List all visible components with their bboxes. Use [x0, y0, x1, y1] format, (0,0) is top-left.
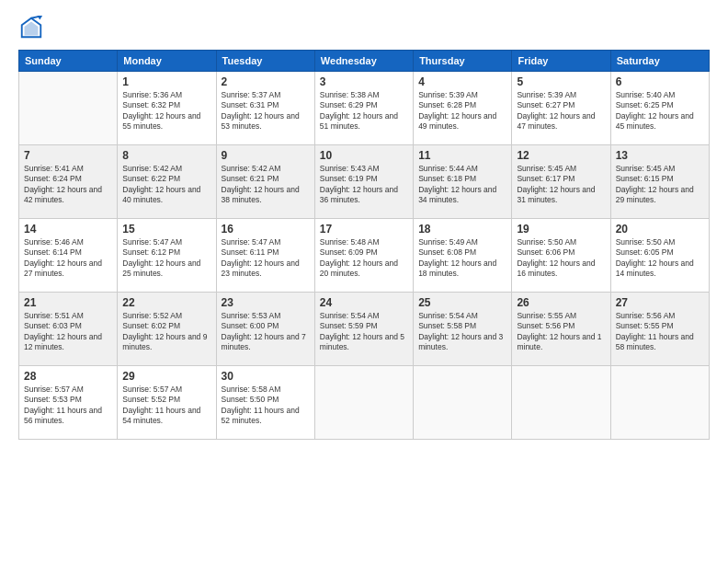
day-info: Sunrise: 5:40 AMSunset: 6:25 PMDaylight:…: [616, 90, 704, 132]
calendar-cell: [314, 366, 413, 440]
calendar-cell: 17Sunrise: 5:48 AMSunset: 6:09 PMDayligh…: [314, 219, 413, 293]
day-number: 23: [222, 296, 310, 309]
day-info: Sunrise: 5:53 AMSunset: 6:00 PMDaylight:…: [222, 311, 310, 353]
calendar-cell: 27Sunrise: 5:56 AMSunset: 5:55 PMDayligh…: [610, 293, 709, 366]
day-info: Sunrise: 5:50 AMSunset: 6:05 PMDaylight:…: [616, 237, 704, 280]
day-info: Sunrise: 5:42 AMSunset: 6:22 PMDaylight:…: [122, 164, 210, 206]
day-number: 22: [122, 296, 210, 309]
day-info: Sunrise: 5:39 AMSunset: 6:28 PMDaylight:…: [418, 90, 506, 132]
day-number: 7: [24, 149, 112, 162]
day-number: 17: [320, 223, 408, 236]
calendar-cell: 11Sunrise: 5:44 AMSunset: 6:18 PMDayligh…: [414, 145, 512, 219]
calendar-week-row: 7Sunrise: 5:41 AMSunset: 6:24 PMDaylight…: [19, 145, 710, 219]
day-info: Sunrise: 5:46 AMSunset: 6:14 PMDaylight:…: [24, 237, 112, 280]
calendar-cell: 21Sunrise: 5:51 AMSunset: 6:03 PMDayligh…: [19, 293, 118, 366]
calendar-col-header: Wednesday: [314, 51, 413, 72]
day-number: 19: [517, 223, 605, 236]
day-info: Sunrise: 5:43 AMSunset: 6:19 PMDaylight:…: [320, 164, 408, 206]
day-info: Sunrise: 5:50 AMSunset: 6:06 PMDaylight:…: [517, 237, 605, 280]
day-number: 6: [616, 75, 704, 88]
calendar-cell: 24Sunrise: 5:54 AMSunset: 5:59 PMDayligh…: [314, 293, 413, 366]
calendar-col-header: Monday: [118, 51, 216, 72]
calendar-cell: 15Sunrise: 5:47 AMSunset: 6:12 PMDayligh…: [118, 219, 216, 293]
calendar-cell: 13Sunrise: 5:45 AMSunset: 6:15 PMDayligh…: [610, 145, 709, 219]
day-info: Sunrise: 5:56 AMSunset: 5:55 PMDaylight:…: [616, 311, 704, 353]
day-info: Sunrise: 5:47 AMSunset: 6:12 PMDaylight:…: [122, 237, 210, 280]
calendar-week-row: 14Sunrise: 5:46 AMSunset: 6:14 PMDayligh…: [19, 219, 710, 293]
calendar-header-row: SundayMondayTuesdayWednesdayThursdayFrid…: [19, 51, 710, 72]
calendar-col-header: Thursday: [414, 51, 512, 72]
calendar-cell: [19, 72, 118, 145]
calendar-cell: 6Sunrise: 5:40 AMSunset: 6:25 PMDaylight…: [610, 72, 709, 145]
day-number: 5: [517, 75, 605, 88]
day-number: 20: [616, 223, 704, 236]
day-number: 14: [24, 223, 112, 236]
calendar-cell: 10Sunrise: 5:43 AMSunset: 6:19 PMDayligh…: [314, 145, 413, 219]
calendar-cell: 2Sunrise: 5:37 AMSunset: 6:31 PMDaylight…: [216, 72, 314, 145]
day-info: Sunrise: 5:54 AMSunset: 5:59 PMDaylight:…: [320, 311, 408, 353]
day-info: Sunrise: 5:55 AMSunset: 5:56 PMDaylight:…: [517, 311, 605, 353]
calendar-col-header: Friday: [512, 51, 610, 72]
svg-marker-3: [38, 16, 43, 20]
calendar-cell: 12Sunrise: 5:45 AMSunset: 6:17 PMDayligh…: [512, 145, 610, 219]
day-info: Sunrise: 5:37 AMSunset: 6:31 PMDaylight:…: [222, 90, 310, 132]
logo: [18, 15, 48, 40]
day-number: 13: [616, 149, 704, 162]
calendar-col-header: Tuesday: [216, 51, 314, 72]
day-number: 15: [122, 223, 210, 236]
day-number: 27: [616, 296, 704, 309]
day-info: Sunrise: 5:57 AMSunset: 5:52 PMDaylight:…: [122, 385, 210, 427]
calendar-cell: [512, 366, 610, 440]
day-info: Sunrise: 5:58 AMSunset: 5:50 PMDaylight:…: [222, 385, 310, 427]
calendar-cell: [414, 366, 512, 440]
day-info: Sunrise: 5:57 AMSunset: 5:53 PMDaylight:…: [24, 385, 112, 427]
day-number: 29: [122, 370, 210, 383]
day-info: Sunrise: 5:45 AMSunset: 6:15 PMDaylight:…: [616, 164, 704, 206]
day-number: 10: [320, 149, 408, 162]
day-number: 25: [418, 296, 506, 309]
calendar-cell: [610, 366, 709, 440]
day-number: 18: [418, 223, 506, 236]
calendar-cell: 8Sunrise: 5:42 AMSunset: 6:22 PMDaylight…: [118, 145, 216, 219]
calendar-cell: 14Sunrise: 5:46 AMSunset: 6:14 PMDayligh…: [19, 219, 118, 293]
calendar-cell: 28Sunrise: 5:57 AMSunset: 5:53 PMDayligh…: [19, 366, 118, 440]
svg-line-2: [31, 17, 39, 18]
day-number: 2: [222, 75, 310, 88]
calendar-col-header: Saturday: [610, 51, 709, 72]
day-info: Sunrise: 5:51 AMSunset: 6:03 PMDaylight:…: [24, 311, 112, 353]
logo-icon: [18, 15, 44, 40]
header: [18, 15, 710, 40]
day-number: 24: [320, 296, 408, 309]
day-info: Sunrise: 5:41 AMSunset: 6:24 PMDaylight:…: [24, 164, 112, 206]
day-number: 8: [122, 149, 210, 162]
calendar-cell: 23Sunrise: 5:53 AMSunset: 6:00 PMDayligh…: [216, 293, 314, 366]
day-info: Sunrise: 5:45 AMSunset: 6:17 PMDaylight:…: [517, 164, 605, 206]
day-number: 28: [24, 370, 112, 383]
calendar-cell: 19Sunrise: 5:50 AMSunset: 6:06 PMDayligh…: [512, 219, 610, 293]
day-number: 21: [24, 296, 112, 309]
calendar-cell: 9Sunrise: 5:42 AMSunset: 6:21 PMDaylight…: [216, 145, 314, 219]
calendar-cell: 4Sunrise: 5:39 AMSunset: 6:28 PMDaylight…: [414, 72, 512, 145]
day-number: 3: [320, 75, 408, 88]
calendar-cell: 16Sunrise: 5:47 AMSunset: 6:11 PMDayligh…: [216, 219, 314, 293]
day-number: 9: [222, 149, 310, 162]
calendar-cell: 18Sunrise: 5:49 AMSunset: 6:08 PMDayligh…: [414, 219, 512, 293]
day-info: Sunrise: 5:42 AMSunset: 6:21 PMDaylight:…: [222, 164, 310, 206]
calendar-cell: 25Sunrise: 5:54 AMSunset: 5:58 PMDayligh…: [414, 293, 512, 366]
day-number: 30: [222, 370, 310, 383]
calendar-cell: 3Sunrise: 5:38 AMSunset: 6:29 PMDaylight…: [314, 72, 413, 145]
day-info: Sunrise: 5:44 AMSunset: 6:18 PMDaylight:…: [418, 164, 506, 206]
calendar-table: SundayMondayTuesdayWednesdayThursdayFrid…: [18, 50, 710, 440]
calendar-cell: 22Sunrise: 5:52 AMSunset: 6:02 PMDayligh…: [118, 293, 216, 366]
day-info: Sunrise: 5:49 AMSunset: 6:08 PMDaylight:…: [418, 237, 506, 280]
calendar-week-row: 1Sunrise: 5:36 AMSunset: 6:32 PMDaylight…: [19, 72, 710, 145]
day-number: 1: [122, 75, 210, 88]
calendar-cell: 30Sunrise: 5:58 AMSunset: 5:50 PMDayligh…: [216, 366, 314, 440]
calendar-week-row: 21Sunrise: 5:51 AMSunset: 6:03 PMDayligh…: [19, 293, 710, 366]
day-number: 26: [517, 296, 605, 309]
day-info: Sunrise: 5:39 AMSunset: 6:27 PMDaylight:…: [517, 90, 605, 132]
day-info: Sunrise: 5:36 AMSunset: 6:32 PMDaylight:…: [122, 90, 210, 132]
day-number: 12: [517, 149, 605, 162]
day-number: 4: [418, 75, 506, 88]
calendar-cell: 1Sunrise: 5:36 AMSunset: 6:32 PMDaylight…: [118, 72, 216, 145]
